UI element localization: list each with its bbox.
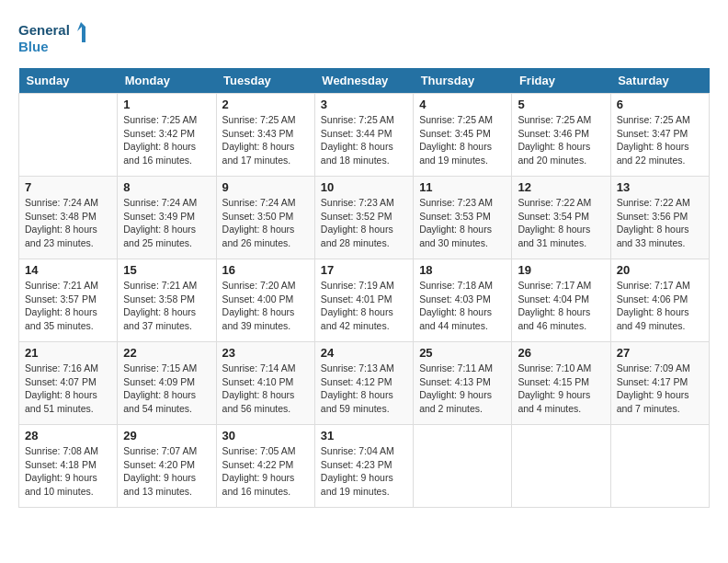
day-info: Sunrise: 7:16 AM Sunset: 4:07 PM Dayligh… xyxy=(25,362,111,416)
weekday-header-saturday: Saturday xyxy=(610,68,709,94)
day-info: Sunrise: 7:05 AM Sunset: 4:22 PM Dayligh… xyxy=(222,444,309,499)
day-info: Sunrise: 7:11 AM Sunset: 4:13 PM Dayligh… xyxy=(419,362,506,416)
day-info: Sunrise: 7:14 AM Sunset: 4:10 PM Dayligh… xyxy=(222,362,309,416)
day-number: 5 xyxy=(518,98,604,111)
calendar-cell: 9Sunrise: 7:24 AM Sunset: 3:50 PM Daylig… xyxy=(216,177,314,259)
calendar-cell: 26Sunrise: 7:10 AM Sunset: 4:15 PM Dayli… xyxy=(512,342,610,425)
calendar-cell: 2Sunrise: 7:25 AM Sunset: 3:43 PM Daylig… xyxy=(216,94,314,177)
calendar-cell: 23Sunrise: 7:14 AM Sunset: 4:10 PM Dayli… xyxy=(216,342,314,425)
day-number: 28 xyxy=(25,429,111,442)
calendar-cell: 25Sunrise: 7:11 AM Sunset: 4:13 PM Dayli… xyxy=(414,342,512,425)
day-number: 17 xyxy=(321,263,407,277)
calendar-cell: 3Sunrise: 7:25 AM Sunset: 3:44 PM Daylig… xyxy=(314,94,413,177)
day-info: Sunrise: 7:20 AM Sunset: 4:00 PM Dayligh… xyxy=(222,279,309,333)
day-info: Sunrise: 7:25 AM Sunset: 3:44 PM Dayligh… xyxy=(321,113,407,167)
week-row-1: 1Sunrise: 7:25 AM Sunset: 3:42 PM Daylig… xyxy=(19,94,710,177)
calendar-cell: 1Sunrise: 7:25 AM Sunset: 3:42 PM Daylig… xyxy=(118,94,216,177)
weekday-header-friday: Friday xyxy=(512,68,610,94)
calendar-cell: 6Sunrise: 7:25 AM Sunset: 3:47 PM Daylig… xyxy=(610,94,709,177)
calendar-cell: 4Sunrise: 7:25 AM Sunset: 3:45 PM Daylig… xyxy=(414,94,512,177)
day-info: Sunrise: 7:25 AM Sunset: 3:43 PM Dayligh… xyxy=(222,113,309,167)
day-number: 24 xyxy=(321,346,407,360)
day-number: 10 xyxy=(321,180,407,194)
calendar-cell xyxy=(19,94,118,177)
day-number: 22 xyxy=(123,346,210,360)
weekday-header-tuesday: Tuesday xyxy=(216,68,314,94)
day-info: Sunrise: 7:04 AM Sunset: 4:23 PM Dayligh… xyxy=(321,444,407,499)
weekday-header-row: SundayMondayTuesdayWednesdayThursdayFrid… xyxy=(19,68,710,94)
day-info: Sunrise: 7:08 AM Sunset: 4:18 PM Dayligh… xyxy=(25,444,111,499)
day-info: Sunrise: 7:23 AM Sunset: 3:53 PM Dayligh… xyxy=(419,196,506,250)
calendar-cell: 14Sunrise: 7:21 AM Sunset: 3:57 PM Dayli… xyxy=(19,259,118,342)
calendar-cell xyxy=(512,425,610,508)
day-info: Sunrise: 7:24 AM Sunset: 3:50 PM Dayligh… xyxy=(222,196,309,250)
week-row-4: 21Sunrise: 7:16 AM Sunset: 4:07 PM Dayli… xyxy=(19,342,710,425)
weekday-header-monday: Monday xyxy=(118,68,216,94)
calendar-cell: 31Sunrise: 7:04 AM Sunset: 4:23 PM Dayli… xyxy=(314,425,413,508)
logo-svg: General Blue xyxy=(18,18,92,59)
day-info: Sunrise: 7:18 AM Sunset: 4:03 PM Dayligh… xyxy=(419,279,506,333)
day-info: Sunrise: 7:21 AM Sunset: 3:57 PM Dayligh… xyxy=(25,279,111,333)
day-number: 25 xyxy=(419,346,506,360)
calendar-table: SundayMondayTuesdayWednesdayThursdayFrid… xyxy=(18,68,710,508)
day-info: Sunrise: 7:25 AM Sunset: 3:46 PM Dayligh… xyxy=(518,113,604,167)
calendar-cell: 30Sunrise: 7:05 AM Sunset: 4:22 PM Dayli… xyxy=(216,425,314,508)
day-number: 9 xyxy=(222,180,309,194)
day-number: 4 xyxy=(419,98,506,111)
calendar-cell: 8Sunrise: 7:24 AM Sunset: 3:49 PM Daylig… xyxy=(118,177,216,259)
calendar-cell: 22Sunrise: 7:15 AM Sunset: 4:09 PM Dayli… xyxy=(118,342,216,425)
day-info: Sunrise: 7:25 AM Sunset: 3:42 PM Dayligh… xyxy=(123,113,210,167)
calendar-cell: 11Sunrise: 7:23 AM Sunset: 3:53 PM Dayli… xyxy=(414,177,512,259)
day-number: 8 xyxy=(123,180,210,194)
day-number: 13 xyxy=(617,180,703,194)
calendar-cell: 5Sunrise: 7:25 AM Sunset: 3:46 PM Daylig… xyxy=(512,94,610,177)
calendar-cell: 13Sunrise: 7:22 AM Sunset: 3:56 PM Dayli… xyxy=(610,177,709,259)
calendar-cell: 24Sunrise: 7:13 AM Sunset: 4:12 PM Dayli… xyxy=(314,342,413,425)
calendar-cell: 18Sunrise: 7:18 AM Sunset: 4:03 PM Dayli… xyxy=(414,259,512,342)
day-info: Sunrise: 7:07 AM Sunset: 4:20 PM Dayligh… xyxy=(123,444,210,499)
week-row-5: 28Sunrise: 7:08 AM Sunset: 4:18 PM Dayli… xyxy=(19,425,710,508)
day-info: Sunrise: 7:22 AM Sunset: 3:54 PM Dayligh… xyxy=(518,196,604,250)
day-number: 7 xyxy=(25,180,111,194)
day-info: Sunrise: 7:09 AM Sunset: 4:17 PM Dayligh… xyxy=(617,362,703,416)
page-header: General Blue xyxy=(18,18,710,59)
week-row-2: 7Sunrise: 7:24 AM Sunset: 3:48 PM Daylig… xyxy=(19,177,710,259)
day-number: 18 xyxy=(419,263,506,277)
day-number: 21 xyxy=(25,346,111,360)
day-info: Sunrise: 7:22 AM Sunset: 3:56 PM Dayligh… xyxy=(617,196,703,250)
calendar-cell: 16Sunrise: 7:20 AM Sunset: 4:00 PM Dayli… xyxy=(216,259,314,342)
day-info: Sunrise: 7:24 AM Sunset: 3:48 PM Dayligh… xyxy=(25,196,111,250)
day-number: 26 xyxy=(518,346,604,360)
calendar-cell: 15Sunrise: 7:21 AM Sunset: 3:58 PM Dayli… xyxy=(118,259,216,342)
weekday-header-thursday: Thursday xyxy=(414,68,512,94)
day-info: Sunrise: 7:25 AM Sunset: 3:45 PM Dayligh… xyxy=(419,113,506,167)
day-info: Sunrise: 7:23 AM Sunset: 3:52 PM Dayligh… xyxy=(321,196,407,250)
day-info: Sunrise: 7:24 AM Sunset: 3:49 PM Dayligh… xyxy=(123,196,210,250)
day-number: 23 xyxy=(222,346,309,360)
calendar-cell: 7Sunrise: 7:24 AM Sunset: 3:48 PM Daylig… xyxy=(19,177,118,259)
calendar-cell: 12Sunrise: 7:22 AM Sunset: 3:54 PM Dayli… xyxy=(512,177,610,259)
svg-marker-2 xyxy=(77,22,90,42)
calendar-cell: 20Sunrise: 7:17 AM Sunset: 4:06 PM Dayli… xyxy=(610,259,709,342)
calendar-cell: 29Sunrise: 7:07 AM Sunset: 4:20 PM Dayli… xyxy=(118,425,216,508)
weekday-header-wednesday: Wednesday xyxy=(314,68,413,94)
calendar-cell xyxy=(610,425,709,508)
day-number: 12 xyxy=(518,180,604,194)
svg-text:General: General xyxy=(18,22,70,38)
day-number: 15 xyxy=(123,263,210,277)
day-info: Sunrise: 7:21 AM Sunset: 3:58 PM Dayligh… xyxy=(123,279,210,333)
day-number: 14 xyxy=(25,263,111,277)
logo: General Blue xyxy=(18,18,92,59)
calendar-cell: 10Sunrise: 7:23 AM Sunset: 3:52 PM Dayli… xyxy=(314,177,413,259)
day-number: 30 xyxy=(222,429,309,442)
day-info: Sunrise: 7:19 AM Sunset: 4:01 PM Dayligh… xyxy=(321,279,407,333)
svg-text:Blue: Blue xyxy=(18,39,49,54)
day-number: 6 xyxy=(617,98,703,111)
calendar-cell: 17Sunrise: 7:19 AM Sunset: 4:01 PM Dayli… xyxy=(314,259,413,342)
day-number: 1 xyxy=(123,98,210,111)
day-info: Sunrise: 7:13 AM Sunset: 4:12 PM Dayligh… xyxy=(321,362,407,416)
day-number: 3 xyxy=(321,98,407,111)
day-number: 2 xyxy=(222,98,309,111)
day-number: 16 xyxy=(222,263,309,277)
day-info: Sunrise: 7:25 AM Sunset: 3:47 PM Dayligh… xyxy=(617,113,703,167)
